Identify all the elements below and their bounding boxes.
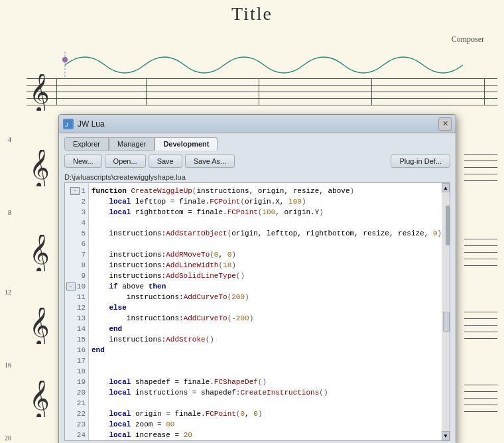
staff-line [464,180,497,181]
measure-number: 12 [5,288,11,296]
line-number-7: 7 [81,251,86,259]
code-line-2: local lefttop = finale.FCPoint(origin.X,… [92,196,439,207]
staff-line [27,98,497,99]
save-button[interactable]: Save [149,155,182,168]
window-titlebar: J JW Lua ✕ [59,115,456,133]
staff-line [464,405,497,405]
staff-line [464,318,497,319]
line-number-11: 11 [77,293,86,301]
save-as-button[interactable]: Save As... [185,155,235,168]
code-line-23: local zoom = 80 [92,419,439,430]
svg-text:𝄞: 𝄞 [29,381,48,417]
code-line-18 [92,366,439,377]
staff-line [464,312,497,312]
staff-line [464,391,497,392]
bar-line [56,78,57,105]
code-line-14: end [92,324,439,334]
file-path: D:\jwluascripts\createwigglyshape.lua [59,172,456,182]
line-number-22: 22 [77,410,86,418]
bar-line [146,78,147,105]
code-line-5: instructions:AddStartObject(origin, left… [92,228,439,239]
bar-line [484,78,485,105]
line-number-21: 21 [77,399,86,407]
line-number-2: 2 [81,198,86,206]
staff-line [464,239,497,239]
vertical-scrollbar[interactable]: ▲ ▼ [442,183,450,440]
code-line-13: instructions:AddCurveTo(-200) [92,313,439,324]
page-title: Title [0,0,504,25]
staff-line [27,78,497,79]
svg-text:J: J [65,121,68,128]
code-line-12: else [92,302,439,313]
staff-line [464,385,497,385]
plugin-def-button[interactable]: Plug-in Def... [391,155,450,168]
staff-line [464,252,497,253]
code-line-3: local rightbottom = finale.FCPoint(100, … [92,207,439,218]
window-close-button[interactable]: ✕ [438,117,452,131]
tab-explorer[interactable]: Explorer [64,137,109,151]
code-line-17 [92,355,439,366]
staff-line [464,154,497,155]
bar-line [371,78,372,105]
jw-lua-window: J JW Lua ✕ Explorer Manager Development … [58,114,456,443]
code-line-6 [92,239,439,249]
code-line-15: instructions:AddStroke() [92,334,439,345]
code-content[interactable]: function CreateWiggleUp(instructions, or… [89,183,442,440]
code-line-11: instructions:AddCurveTo(200) [92,292,439,302]
line-number-1: 1 [81,187,86,195]
line-number-8: 8 [81,261,86,269]
scroll-down-button[interactable]: ▼ [442,431,450,440]
staff-line [27,92,497,92]
open-button[interactable]: Open... [105,155,146,168]
line-number-12: 12 [77,304,86,312]
svg-text:𝄞: 𝄞 [29,150,48,186]
bar-line [259,78,259,105]
line-number-5: 5 [81,229,86,237]
tab-development[interactable]: Development [155,137,218,151]
line-number-14: 14 [77,325,86,333]
staff-line [464,259,497,259]
line-number-10: 10 [77,283,86,290]
new-button[interactable]: New... [64,155,102,168]
scrollbar-grip[interactable] [443,312,450,332]
code-line-16: end [92,345,439,355]
line-number-9: 9 [81,272,86,280]
code-editor: - 1 2 3 4 5 6 7 8 9 - 10 11 12 13 14 15 [64,182,450,441]
staff-line [464,398,497,399]
fold-button-1[interactable]: - [70,187,80,195]
fold-button-10[interactable]: - [66,283,76,290]
staff-line [464,411,497,412]
staff-line [464,265,497,266]
line-number-17: 17 [77,357,86,365]
scroll-up-button[interactable]: ▲ [442,183,450,192]
tab-manager[interactable]: Manager [109,137,155,151]
code-line-4 [92,218,439,228]
line-number-20: 20 [77,389,86,397]
code-line-7: instructions:AddRMoveTo(0, 0) [92,249,439,260]
svg-text:𝄞: 𝄞 [29,235,48,271]
staff-line [464,174,497,174]
code-line-19: local shapedef = finale.FCShapeDef() [92,377,439,387]
line-number-15: 15 [77,336,86,344]
staff-line [464,332,497,332]
wiggle-line-area [60,52,484,78]
measure-number: 4 [8,136,11,143]
tab-bar: Explorer Manager Development [59,133,456,151]
toolbar: New... Open... Save Save As... Plug-in D… [59,151,456,172]
measure-number: 8 [8,209,11,216]
line-number-16: 16 [77,346,86,354]
line-number-18: 18 [77,367,86,375]
line-number-19: 19 [77,378,86,386]
staff-line [464,338,497,339]
composer-label: Composer [452,34,484,44]
code-line-21 [92,398,439,409]
window-title: JW Lua [78,119,105,129]
scroll-thumb[interactable] [446,206,450,245]
jw-app-icon: J [63,119,74,129]
code-line-22: local origin = finale.FCPoint(0, 0) [92,409,439,419]
line-number-3: 3 [81,208,86,216]
svg-text:𝄞: 𝄞 [29,74,48,111]
measure-number: 20 [5,434,11,442]
titlebar-left: J JW Lua [63,119,105,129]
code-line-24: local increase = 20 [92,430,439,440]
